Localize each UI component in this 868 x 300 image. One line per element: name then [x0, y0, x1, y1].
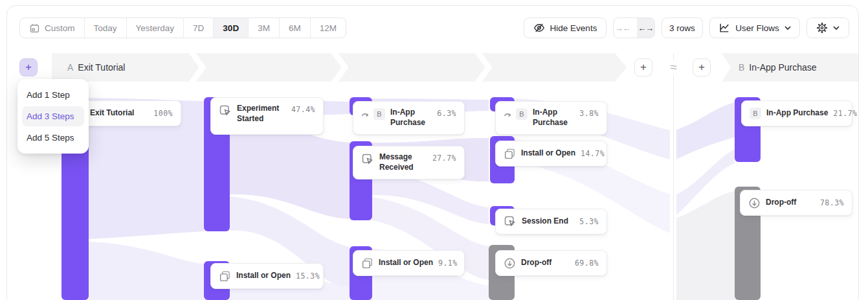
- node-value: 78.3%: [820, 198, 844, 207]
- width-toggle-group: →← ←→: [613, 17, 655, 38]
- app-window-icon: [361, 257, 373, 270]
- rows-button[interactable]: 3 rows: [662, 17, 703, 38]
- step-header-b[interactable]: B In-App Purchase: [722, 53, 858, 82]
- add-step-button-end-a[interactable]: +: [634, 58, 652, 76]
- step-letter: B: [739, 62, 744, 73]
- hide-events-button[interactable]: Hide Events: [524, 17, 606, 38]
- jump-arrow-icon: [504, 110, 512, 119]
- event-icon: [219, 104, 232, 117]
- node-label: Drop-off: [766, 198, 815, 208]
- node-label: Message Received: [379, 152, 427, 172]
- flow-node-experiment-started[interactable]: Experiment Started 47.4%: [210, 97, 324, 135]
- event-icon: [504, 215, 517, 228]
- date-range-12m[interactable]: 12M: [310, 18, 346, 38]
- flow-node-in-app-purchase-6[interactable]: B In-App Purchase 6.3%: [353, 101, 465, 135]
- app-window-icon: [504, 148, 516, 160]
- date-range-label: 3M: [258, 23, 270, 33]
- node-label: Install or Open: [236, 271, 291, 281]
- plus-icon: +: [640, 61, 647, 74]
- approx-symbol: ≈: [665, 60, 682, 75]
- expand-columns-button[interactable]: ←→: [637, 18, 655, 38]
- date-range-label: Yesterday: [136, 23, 175, 33]
- plus-icon: +: [25, 61, 32, 74]
- hide-events-label: Hide Events: [550, 23, 597, 33]
- date-range-today[interactable]: Today: [84, 18, 126, 38]
- node-value: 69.8%: [575, 259, 599, 268]
- date-range-label: 30D: [223, 23, 239, 33]
- date-range-yesterday[interactable]: Yesterday: [126, 18, 184, 38]
- node-label: Exit Tutorial: [90, 108, 148, 119]
- node-value: 27.7%: [432, 154, 456, 163]
- menu-item-add-3-steps[interactable]: Add 3 Steps: [22, 106, 84, 126]
- date-range-label: 6M: [289, 23, 301, 33]
- flow-node-drop-off-78[interactable]: Drop-off 78.3%: [740, 190, 852, 216]
- node-label: Session End: [522, 216, 574, 227]
- node-value: 9.1%: [438, 259, 458, 268]
- drop-off-icon: [504, 257, 516, 270]
- node-value: 47.4%: [291, 105, 315, 114]
- step-letter: A: [67, 62, 73, 73]
- flow-node-drop-off-69[interactable]: Drop-off 69.8%: [495, 250, 607, 276]
- date-range-label: 7D: [193, 23, 204, 33]
- gear-icon: [816, 22, 828, 34]
- section-divider: [673, 53, 674, 300]
- add-steps-menu: Add 1 Step Add 3 Steps Add 5 Steps: [17, 79, 89, 154]
- date-range-30d[interactable]: 30D: [213, 18, 248, 38]
- date-range-label: Custom: [45, 23, 75, 33]
- flow-node-install-or-open-9[interactable]: Install or Open 9.1%: [353, 250, 465, 276]
- step-title: Exit Tutorial: [78, 62, 125, 73]
- node-label: In-App Purchase: [533, 108, 574, 128]
- jump-arrow-icon: [361, 110, 370, 119]
- badge-b: B: [750, 108, 761, 119]
- badge-b: B: [516, 108, 528, 120]
- node-label: Install or Open: [521, 148, 575, 159]
- node-label: In-App Purchase: [390, 108, 432, 128]
- event-icon: [361, 153, 374, 166]
- add-step-button[interactable]: +: [19, 58, 38, 76]
- flow-node-session-end[interactable]: Session End 5.3%: [495, 209, 607, 235]
- calendar-icon: [29, 23, 40, 34]
- node-value: 100%: [153, 109, 173, 118]
- add-step-button-before-b[interactable]: +: [693, 58, 711, 76]
- arrows-inward-icon: →←: [615, 23, 630, 33]
- date-range-7d[interactable]: 7D: [183, 18, 213, 38]
- flow-node-in-app-purchase-3[interactable]: B In-App Purchase 3.8%: [495, 101, 607, 135]
- app-window-icon: [219, 270, 231, 283]
- node-label: Install or Open: [379, 258, 433, 268]
- band-chevron-separator: [475, 53, 492, 82]
- node-value: 3.8%: [579, 109, 599, 118]
- node-value: 14.7%: [581, 149, 605, 158]
- node-label: Drop-off: [521, 258, 570, 268]
- date-range-label: 12M: [320, 23, 337, 33]
- flow-node-install-or-open-14[interactable]: Install or Open 14.7%: [495, 141, 607, 167]
- step-title: In-App Purchase: [749, 62, 816, 73]
- date-range-custom[interactable]: Custom: [20, 18, 84, 38]
- settings-button[interactable]: [807, 17, 849, 38]
- node-value: 21.7%: [833, 109, 857, 118]
- node-value: 6.3%: [437, 109, 456, 118]
- menu-item-add-1-step[interactable]: Add 1 Step: [17, 84, 89, 106]
- node-label: In-App Purchase: [766, 108, 828, 119]
- date-range-6m[interactable]: 6M: [279, 18, 310, 38]
- date-range-label: Today: [94, 23, 117, 33]
- flow-node-install-or-open-15[interactable]: Install or Open 15.3%: [210, 263, 324, 289]
- eye-off-icon: [533, 22, 545, 34]
- flow-node-in-app-purchase-21[interactable]: B In-App Purchase 21.7%: [741, 100, 852, 126]
- plus-icon: +: [698, 61, 705, 74]
- chevron-down-icon: [785, 26, 791, 30]
- node-value: 5.3%: [579, 217, 599, 226]
- arrows-outward-icon: ←→: [638, 23, 653, 33]
- user-flows-chart-icon: [718, 22, 730, 34]
- chevron-down-icon: [833, 26, 840, 30]
- node-value: 15.3%: [296, 271, 320, 281]
- menu-item-add-5-steps[interactable]: Add 5 Steps: [17, 127, 89, 148]
- rows-label: 3 rows: [669, 23, 695, 33]
- badge-b: B: [373, 108, 385, 120]
- date-range-3m[interactable]: 3M: [248, 18, 279, 38]
- view-selector-label: User Flows: [735, 23, 779, 33]
- collapse-columns-button[interactable]: →←: [614, 18, 632, 38]
- band-chevron-separator: [331, 53, 348, 82]
- view-selector-button[interactable]: User Flows: [709, 17, 800, 38]
- node-label: Experiment Started: [237, 104, 286, 124]
- flow-node-message-received[interactable]: Message Received 27.7%: [353, 146, 465, 179]
